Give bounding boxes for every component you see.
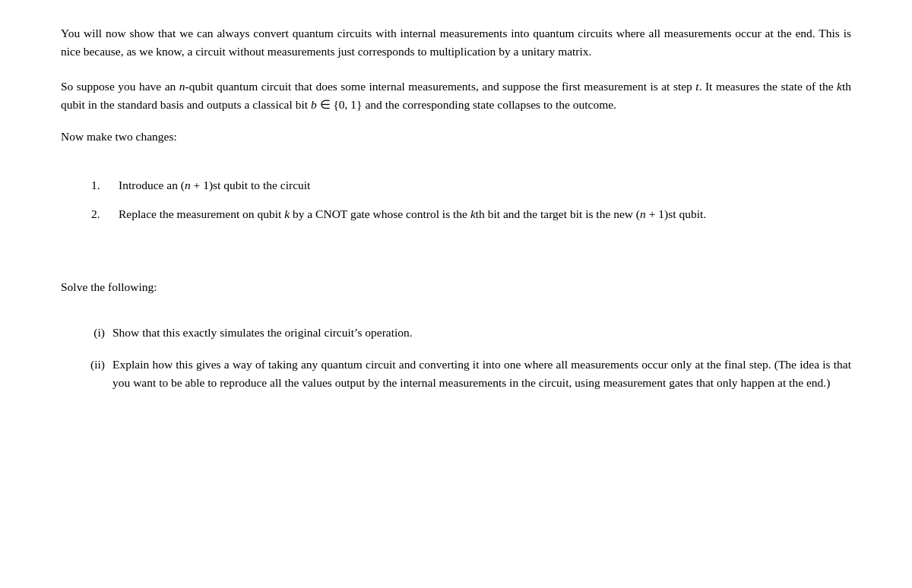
roman-content-i: Show that this exactly simulates the ori…	[112, 324, 851, 342]
roman-item-i: (i) Show that this exactly simulates the…	[61, 324, 851, 342]
item2-n2: n	[640, 207, 646, 220]
item2-prefix: Replace the measurement on qubit	[119, 207, 284, 220]
paragraph-2: So suppose you have an n-qubit quantum c…	[61, 77, 851, 114]
para2-n: n	[179, 80, 185, 93]
numbered-list: 1. Introduce an (n + 1)st qubit to the c…	[61, 176, 851, 223]
item1-suffix: + 1)st qubit to the circuit	[191, 179, 311, 191]
spacer-2	[61, 240, 851, 255]
list-item-2-content: Replace the measurement on qubit k by a …	[119, 205, 851, 223]
solve-label-text: Solve the following:	[61, 280, 157, 293]
item2-suffix2: + 1)st qubit.	[646, 207, 706, 220]
para2-b: b	[311, 98, 317, 111]
list-item-2-number: 2.	[91, 205, 114, 223]
item2-k2: k	[470, 207, 476, 220]
para2-part5: ∈ {0, 1} and the corresponding state col…	[317, 98, 616, 111]
spacer-3	[61, 315, 851, 324]
para2-part1: So suppose you have an	[61, 80, 179, 93]
roman-content-ii: Explain how this gives a way of taking a…	[112, 356, 851, 392]
paragraph-1: You will now show that we can always con…	[61, 24, 851, 61]
para2-k: k	[837, 80, 842, 93]
make-changes-text: Now make two changes:	[61, 130, 177, 143]
item1-prefix: Introduce an (	[119, 179, 185, 191]
item1-n: n	[185, 179, 191, 191]
roman-label-i: (i)	[76, 324, 105, 342]
make-changes-paragraph: Now make two changes:	[61, 128, 851, 146]
list-item-1: 1. Introduce an (n + 1)st qubit to the c…	[61, 176, 851, 194]
para2-part3: . It measures the state of the	[699, 80, 837, 93]
item2-middle: by a CNOT gate whose control is the	[290, 207, 470, 220]
list-item-2: 2. Replace the measurement on qubit k by…	[61, 205, 851, 223]
spacer-1	[61, 160, 851, 169]
item2-suffix1: th bit and the target bit is the new (	[476, 207, 640, 220]
list-item-1-content: Introduce an (n + 1)st qubit to the circ…	[119, 176, 851, 194]
content-area: You will now show that we can always con…	[61, 24, 851, 392]
list-item-1-number: 1.	[91, 176, 114, 194]
para2-part2: -qubit quantum circuit that does some in…	[185, 80, 696, 93]
roman-label-ii: (ii)	[76, 356, 105, 374]
roman-item-ii: (ii) Explain how this gives a way of tak…	[61, 356, 851, 392]
solve-section: Solve the following: (i) Show that this …	[61, 278, 851, 392]
solve-label-paragraph: Solve the following:	[61, 278, 851, 296]
para1-text: You will now show that we can always con…	[61, 27, 851, 58]
